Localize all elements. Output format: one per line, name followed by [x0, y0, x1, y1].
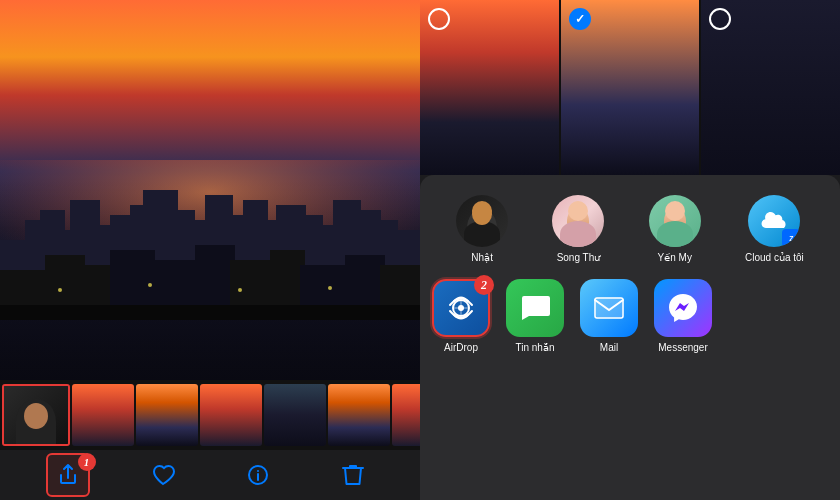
- svg-point-41: [257, 470, 259, 472]
- app-messenger-name: Messenger: [658, 342, 707, 353]
- svg-point-36: [148, 283, 152, 287]
- contact-yenmy[interactable]: Yến My: [649, 195, 701, 263]
- messages-icon: [506, 279, 564, 337]
- app-mail-name: Mail: [600, 342, 618, 353]
- photo-preview-strip: [420, 0, 840, 175]
- thumbnail-sky-6[interactable]: [392, 384, 420, 446]
- main-photo: [0, 0, 420, 380]
- left-panel: 1: [0, 0, 420, 500]
- thumbnail-sky-1[interactable]: [72, 384, 134, 446]
- app-messages-name: Tin nhắn: [516, 342, 555, 353]
- avatar-nhat: [456, 195, 508, 247]
- favorite-button[interactable]: [141, 453, 185, 497]
- contact-cloud-name: Cloud của tôi: [745, 252, 804, 263]
- thumbnail-face[interactable]: [2, 384, 70, 446]
- mail-icon: [580, 279, 638, 337]
- delete-button[interactable]: [331, 453, 375, 497]
- share-button[interactable]: 1: [46, 453, 90, 497]
- thumbnail-sky-5[interactable]: [328, 384, 390, 446]
- info-button[interactable]: [236, 453, 280, 497]
- contact-yenmy-name: Yến My: [658, 252, 692, 263]
- svg-point-43: [458, 305, 464, 311]
- app-airdrop-name: AirDrop: [444, 342, 478, 353]
- app-messages[interactable]: Tin nhắn: [506, 279, 564, 353]
- step1-badge: 1: [78, 453, 96, 471]
- contact-nhat[interactable]: Nhật: [456, 195, 508, 263]
- apps-row: 2 AirDrop Tin nhắn: [420, 275, 840, 365]
- thumbnail-sky-3[interactable]: [200, 384, 262, 446]
- app-airdrop[interactable]: 2 AirDrop: [432, 279, 490, 353]
- svg-point-35: [58, 288, 62, 292]
- svg-rect-34: [0, 305, 420, 320]
- thumbnail-strip: [0, 380, 420, 450]
- contact-nhat-name: Nhật: [471, 252, 493, 263]
- preview-photo-2[interactable]: [561, 0, 700, 175]
- messenger-icon: [654, 279, 712, 337]
- preview-photo-1[interactable]: [420, 0, 559, 175]
- zalo-badge: Z: [782, 229, 800, 247]
- selection-circle-1[interactable]: [428, 8, 450, 30]
- thumbnail-sky-4[interactable]: [264, 384, 326, 446]
- app-mail[interactable]: Mail: [580, 279, 638, 353]
- thumbnail-sky-2[interactable]: [136, 384, 198, 446]
- city-silhouette: [0, 160, 420, 320]
- preview-photo-3[interactable]: [701, 0, 840, 175]
- svg-point-37: [238, 288, 242, 292]
- avatar-songthu: [552, 195, 604, 247]
- avatar-yenmy: [649, 195, 701, 247]
- share-sheet: Nhật Song Thư Yến My: [420, 175, 840, 500]
- app-messenger[interactable]: Messenger: [654, 279, 712, 353]
- selection-circle-2[interactable]: [569, 8, 591, 30]
- airdrop-icon: 2: [432, 279, 490, 337]
- step2-badge: 2: [474, 275, 494, 295]
- contact-songthu[interactable]: Song Thư: [552, 195, 604, 263]
- right-panel: Nhật Song Thư Yến My: [420, 0, 840, 500]
- contact-songthu-name: Song Thư: [557, 252, 601, 263]
- contact-cloud[interactable]: Z Cloud của tôi: [745, 195, 804, 263]
- avatar-cloud: Z: [748, 195, 800, 247]
- svg-rect-44: [595, 298, 623, 318]
- bottom-toolbar: 1: [0, 450, 420, 500]
- contacts-row: Nhật Song Thư Yến My: [420, 187, 840, 275]
- svg-point-38: [328, 286, 332, 290]
